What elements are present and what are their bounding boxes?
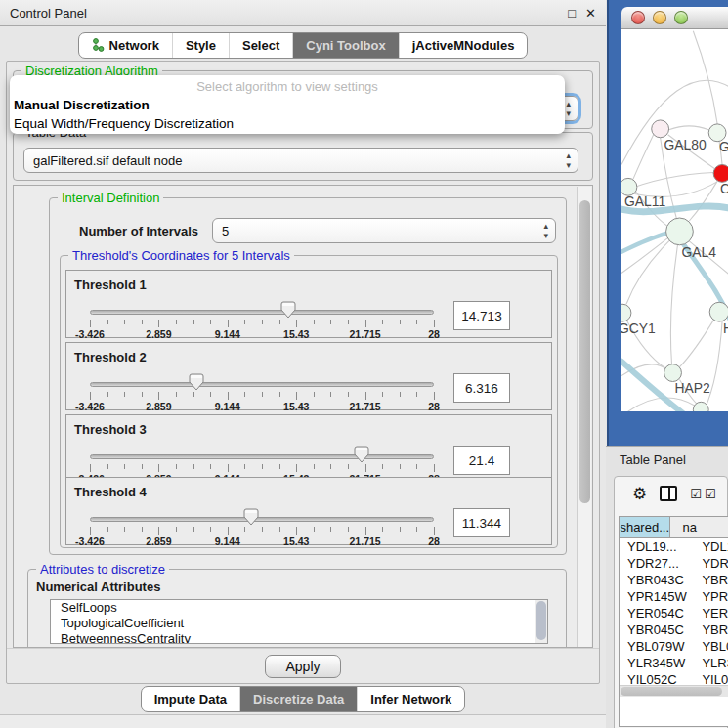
network-node[interactable]: [713, 165, 728, 183]
tab-infer-network[interactable]: Infer Network: [357, 687, 464, 711]
threshold-2-slider[interactable]: -3.4262.8599.14415.4321.71528: [90, 380, 434, 409]
cell-shared-name[interactable]: YBR043C: [620, 572, 690, 588]
table-row[interactable]: YLR345WYLR3: [620, 655, 728, 671]
table-row[interactable]: YDL19...YDL1: [620, 538, 728, 555]
network-canvas[interactable]: GAL80GALCGAL11GAL4GCY1HHAP2: [621, 29, 728, 411]
slider-tick: [158, 392, 159, 400]
slider-tick: [314, 527, 315, 532]
slider-tick-label: 2.859: [146, 401, 171, 412]
threshold-4-slider[interactable]: -3.4262.8599.14415.4321.71528: [90, 515, 434, 544]
numerical-attributes-list[interactable]: SelfLoopsTopologicalCoefficientBetweenne…: [50, 599, 548, 644]
tab-impute-data[interactable]: Impute Data: [142, 687, 239, 711]
close-icon[interactable]: ✕: [585, 6, 596, 21]
slider-track[interactable]: [90, 382, 434, 387]
checkbox-icon[interactable]: ☑: [690, 487, 702, 501]
table-row[interactable]: YBR045CYBR0: [620, 621, 728, 638]
slider-tick: [107, 320, 108, 324]
slider-tick: [382, 320, 383, 324]
cell-shared-name[interactable]: YER054C: [620, 605, 690, 621]
table-horizontal-scrollbar[interactable]: [620, 685, 728, 697]
list-item[interactable]: TopologicalCoefficient: [51, 616, 547, 631]
column-header-shared[interactable]: shared...: [620, 517, 670, 537]
cell-shared-name[interactable]: YBR045C: [620, 621, 690, 638]
cell-name[interactable]: YDR2: [690, 555, 728, 572]
network-node[interactable]: [709, 302, 728, 321]
cell-name[interactable]: YLR3: [690, 655, 728, 671]
slider-thumb[interactable]: [243, 508, 259, 530]
column-view-icon[interactable]: [660, 486, 677, 501]
cell-name[interactable]: YBL0: [690, 638, 728, 655]
list-scrollbar[interactable]: [535, 600, 547, 643]
threshold-4-value-field[interactable]: 11.344: [453, 508, 510, 537]
list-item[interactable]: BetweennessCentrality: [51, 631, 547, 644]
slider-tick: [142, 464, 143, 469]
slider-tick-label: 15.43: [283, 535, 309, 547]
dropdown-option-manual[interactable]: Manual Discretization: [10, 96, 565, 114]
threshold-1-slider[interactable]: -3.4262.8599.14415.4321.71528: [90, 308, 434, 337]
zoom-traffic-light-icon[interactable]: [674, 11, 688, 24]
close-traffic-light-icon[interactable]: [631, 11, 645, 24]
table-row[interactable]: YBR043CYBR0: [620, 572, 728, 588]
column-header-name[interactable]: na: [670, 517, 728, 537]
network-node[interactable]: [664, 364, 682, 382]
slider-thumb[interactable]: [280, 301, 296, 322]
cell-shared-name[interactable]: YLR345W: [620, 655, 690, 671]
cell-shared-name[interactable]: YBL079W: [620, 638, 690, 655]
slider-track[interactable]: [90, 454, 434, 459]
network-edge[interactable]: [633, 135, 654, 180]
table-row[interactable]: YER054CYER0: [620, 605, 728, 621]
control-panel: Control Panel □ ✕ Network Style Select C…: [0, 0, 606, 728]
tab-network[interactable]: Network: [79, 33, 172, 58]
cell-shared-name[interactable]: YDL19...: [620, 538, 690, 555]
network-node[interactable]: [621, 304, 631, 321]
tab-cyni-toolbox[interactable]: Cyni Toolbox: [292, 33, 398, 58]
network-edge[interactable]: [621, 398, 695, 411]
network-edge[interactable]: [679, 319, 714, 367]
tab-discretize-data[interactable]: Discretize Data: [239, 687, 357, 711]
cell-name[interactable]: YPR1: [690, 588, 728, 605]
network-node[interactable]: [666, 218, 694, 245]
slider-thumb[interactable]: [189, 373, 204, 395]
network-window-titlebar[interactable]: [621, 7, 728, 29]
slider-thumb[interactable]: [354, 446, 369, 467]
number-of-intervals-combobox[interactable]: 5 ▴▾: [212, 218, 556, 243]
threshold-2-value-field[interactable]: 6.316: [453, 373, 510, 403]
table-data-combobox[interactable]: galFiltered.sif default node ▴▾: [23, 148, 578, 173]
slider-tick: [228, 464, 229, 472]
cell-name[interactable]: YDL1: [690, 538, 728, 555]
network-window[interactable]: GAL80GALCGAL11GAL4GCY1HHAP2: [607, 0, 728, 446]
cell-shared-name[interactable]: YDR27...: [620, 555, 690, 572]
list-item[interactable]: SelfLoops: [51, 600, 547, 616]
apply-button[interactable]: Apply: [265, 655, 340, 678]
dropdown-option-equal-width[interactable]: Equal Width/Frequency Discretization: [10, 114, 565, 133]
network-edge[interactable]: [626, 240, 670, 304]
cell-name[interactable]: YER0: [690, 605, 728, 621]
network-edge[interactable]: [670, 245, 677, 364]
slider-track[interactable]: [90, 517, 434, 522]
minimize-traffic-light-icon[interactable]: [653, 11, 666, 24]
settings-scrollbar[interactable]: [577, 187, 591, 647]
cell-name[interactable]: YBR0: [690, 572, 728, 588]
float-window-icon[interactable]: □: [568, 6, 576, 21]
slider-tick: [90, 392, 91, 400]
network-node[interactable]: [693, 402, 708, 411]
network-edge[interactable]: [669, 126, 709, 130]
gear-icon[interactable]: ⚙: [632, 486, 647, 502]
slider-tick: [434, 320, 435, 327]
cell-name[interactable]: YBR0: [690, 621, 728, 638]
threshold-1-value-field[interactable]: 14.713: [453, 301, 510, 330]
threshold-3-value-field[interactable]: 21.4: [453, 446, 510, 475]
table-row[interactable]: YBL079WYBL0: [620, 638, 728, 655]
table-row[interactable]: YDR27...YDR2: [620, 555, 728, 572]
slider-track[interactable]: [90, 310, 434, 315]
tab-select[interactable]: Select: [229, 33, 292, 58]
checkbox-icon[interactable]: ☑: [705, 487, 716, 501]
tab-jactivemnodules[interactable]: jActiveMNodules: [399, 33, 528, 58]
tab-style[interactable]: Style: [172, 33, 229, 58]
network-edge[interactable]: [693, 31, 717, 124]
network-edge[interactable]: [689, 181, 717, 221]
cell-shared-name[interactable]: YPR145W: [620, 588, 690, 605]
table-row[interactable]: YPR145WYPR1: [620, 588, 728, 605]
network-node[interactable]: [652, 120, 669, 138]
dropdown-placeholder-item[interactable]: Select algorithm to view settings: [10, 78, 565, 96]
